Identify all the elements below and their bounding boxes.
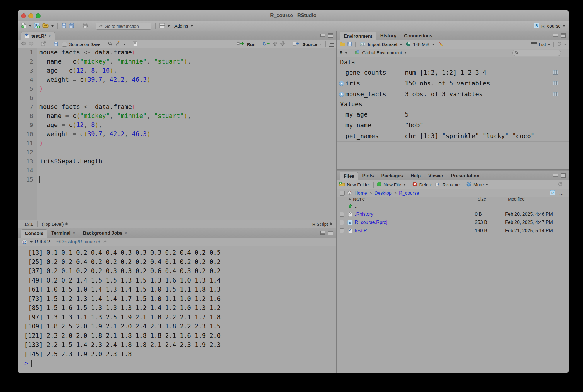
- minimize-pane-icon[interactable]: [320, 231, 325, 235]
- language-dropdown-icon[interactable]: [345, 52, 347, 54]
- go-next-section-icon[interactable]: [280, 41, 285, 47]
- new-project-icon[interactable]: R: [34, 23, 40, 30]
- file-checkbox[interactable]: [340, 212, 344, 217]
- tab-plots[interactable]: Plots: [358, 171, 377, 180]
- pane-layout-dropdown-icon[interactable]: [168, 25, 170, 27]
- source-button[interactable]: Source: [302, 42, 317, 47]
- minimize-pane-icon[interactable]: [553, 174, 558, 177]
- tab-files[interactable]: Files: [340, 172, 358, 180]
- column-modified[interactable]: Modified: [508, 196, 525, 201]
- minimize-pane-icon[interactable]: [553, 34, 558, 37]
- source-on-save-checkbox[interactable]: [62, 42, 67, 47]
- title-bar[interactable]: R_course - RStudio: [18, 10, 569, 21]
- code-line[interactable]: name = c("mickey", "minnie", "stuart"),: [39, 112, 336, 121]
- language-selector[interactable]: R: [340, 50, 343, 55]
- tab-packages[interactable]: Packages: [378, 171, 407, 180]
- pane-layout-icon[interactable]: [159, 23, 165, 29]
- new-file-button[interactable]: New File: [383, 182, 401, 187]
- tab-presentation[interactable]: Presentation: [447, 171, 483, 180]
- sort-ascending-icon[interactable]: [348, 198, 351, 200]
- maximize-pane-icon[interactable]: [561, 33, 566, 38]
- import-dataset-button[interactable]: Import Dataset: [368, 42, 398, 47]
- new-file-dropdown-icon[interactable]: [29, 25, 31, 27]
- minimize-pane-icon[interactable]: [320, 34, 325, 37]
- view-table-icon[interactable]: [553, 70, 558, 76]
- memory-dropdown-icon[interactable]: [432, 44, 434, 45]
- open-file-icon[interactable]: [42, 23, 49, 29]
- expand-icon[interactable]: [339, 92, 344, 97]
- find-icon[interactable]: [108, 41, 113, 47]
- code-editor[interactable]: 123456789101112131415 mouse_facts <- dat…: [18, 48, 336, 220]
- goto-file-input[interactable]: Go to file/function: [96, 23, 151, 30]
- breadcrumb-item[interactable]: Home: [354, 191, 367, 196]
- more-directories-button[interactable]: ...: [559, 191, 564, 196]
- code-tools-dropdown-icon[interactable]: [123, 44, 126, 45]
- code-line[interactable]: iris$Sepal.Length: [39, 157, 336, 166]
- tab-help[interactable]: Help: [407, 171, 425, 180]
- environment-search-input[interactable]: [512, 50, 561, 56]
- save-workspace-icon[interactable]: [347, 42, 352, 47]
- file-row[interactable]: RR_course.Rproj253 BFeb 20, 2025, 4:47 P…: [337, 218, 569, 227]
- maximize-pane-icon[interactable]: [328, 231, 333, 235]
- code-line[interactable]: [39, 148, 336, 157]
- environment-dropdown-icon[interactable]: [404, 52, 407, 54]
- close-icon[interactable]: ×: [48, 34, 51, 39]
- tab-background-jobs[interactable]: Background Jobs×: [79, 229, 131, 238]
- file-name[interactable]: .Rhistory: [355, 212, 373, 217]
- expand-icon[interactable]: [339, 81, 344, 86]
- environment-object-row[interactable]: pet_nameschr [1:3] "sprinkle" "lucky" "c…: [337, 131, 569, 142]
- tab-test-r[interactable]: R test.R* ×: [21, 32, 55, 40]
- forward-icon[interactable]: [28, 41, 34, 47]
- document-outline-icon[interactable]: [329, 42, 334, 47]
- more-dropdown-icon[interactable]: [486, 184, 488, 186]
- tab-viewer[interactable]: Viewer: [425, 171, 447, 180]
- file-name[interactable]: R_course.Rproj: [355, 220, 387, 225]
- breadcrumb-item[interactable]: Desktop: [374, 191, 392, 196]
- tab-connections[interactable]: Connections: [400, 31, 436, 40]
- delete-button[interactable]: Delete: [419, 182, 432, 187]
- code-line[interactable]: name = c("mickey", "minnie", "stuart"),: [39, 57, 336, 66]
- code-line[interactable]: age = c(12, 8, 16),: [39, 66, 336, 75]
- code-line[interactable]: [39, 93, 336, 102]
- code-line[interactable]: mouse_facts <- data.frame(: [39, 102, 336, 112]
- project-selector[interactable]: R R_course: [534, 21, 565, 31]
- file-checkbox[interactable]: [340, 220, 344, 225]
- code-line[interactable]: [39, 166, 336, 175]
- code-line[interactable]: ): [39, 84, 336, 93]
- file-row[interactable]: Rtest.R190 BFeb 21, 2025, 5:14 PM: [337, 227, 569, 235]
- breadcrumb-item[interactable]: R_course: [399, 191, 419, 196]
- open-in-new-window-icon[interactable]: [41, 41, 46, 47]
- r-version-dropdown-icon[interactable]: [30, 241, 33, 243]
- code-line[interactable]: weight = c(39.7, 42.2, 46.3): [39, 130, 336, 139]
- file-name[interactable]: ..: [355, 203, 357, 209]
- code-line[interactable]: [39, 175, 336, 184]
- console-output[interactable]: [13] 0.1 0.1 0.2 0.4 0.4 0.3 0.3 0.3 0.2…: [18, 246, 336, 373]
- import-dataset-icon[interactable]: [359, 42, 365, 47]
- column-name[interactable]: Name: [353, 196, 365, 201]
- file-row[interactable]: ..: [337, 202, 569, 210]
- environment-object-row[interactable]: gene_countsnum [1:2, 1:2] 1 2 3 4: [337, 67, 569, 78]
- tab-environment[interactable]: Environment: [340, 32, 376, 40]
- scope-selector[interactable]: (Top Level): [42, 222, 64, 227]
- file-name[interactable]: test.R: [355, 228, 367, 233]
- code-line[interactable]: weight = c(39.7, 42.2, 46.3): [39, 75, 336, 84]
- environment-object-row[interactable]: my_name"bob": [337, 120, 569, 131]
- home-icon[interactable]: [347, 190, 352, 196]
- environment-selector[interactable]: Global Environment: [362, 50, 402, 55]
- new-folder-button[interactable]: New Folder: [347, 182, 370, 187]
- list-view-label[interactable]: List: [539, 42, 546, 47]
- addins-dropdown-icon[interactable]: [191, 25, 193, 27]
- code-tools-icon[interactable]: [115, 41, 121, 47]
- code-line[interactable]: ): [39, 139, 336, 148]
- tab-console[interactable]: Console: [21, 229, 47, 238]
- close-icon[interactable]: ×: [125, 231, 127, 236]
- save-icon[interactable]: [54, 42, 58, 47]
- compile-report-icon[interactable]: [133, 41, 137, 47]
- select-all-checkbox[interactable]: [340, 191, 345, 196]
- source-file-icon[interactable]: [293, 41, 300, 47]
- print-icon[interactable]: [83, 23, 88, 29]
- refresh-icon[interactable]: [557, 42, 562, 47]
- new-file-icon[interactable]: [21, 23, 26, 30]
- goto-directory-icon[interactable]: [103, 239, 107, 244]
- rename-icon[interactable]: [435, 182, 440, 188]
